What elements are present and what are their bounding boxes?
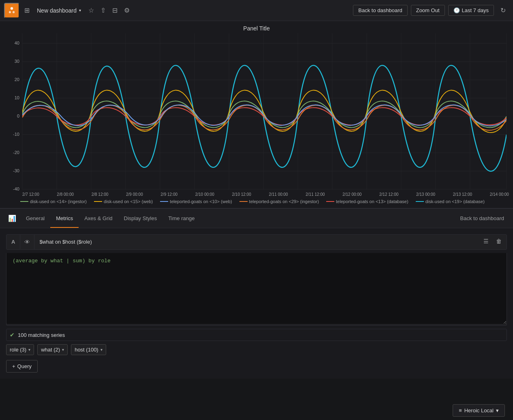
filter-what-label: what (2) xyxy=(41,347,60,353)
legend-item-1: disk-used on <15> (web) xyxy=(94,199,153,204)
filter-host-label: host (100) xyxy=(75,347,98,353)
save-icon: ⊟ xyxy=(112,6,118,14)
query-name-input[interactable] xyxy=(34,235,479,249)
svg-text:-10: -10 xyxy=(13,132,19,137)
time-range-label: Last 7 days xyxy=(462,7,489,13)
x-label-2: 2/8 12:00 xyxy=(92,192,109,197)
chart-icon: 📊 xyxy=(8,215,16,222)
legend-item-2: teleported-goats on <10> (web) xyxy=(160,199,232,204)
zoom-out-button[interactable]: Zoom Out xyxy=(411,5,445,16)
time-range-button[interactable]: 🕐 Last 7 days xyxy=(448,5,494,16)
chart-legend: disk-used on <14> (ingestor) disk-used o… xyxy=(0,197,513,208)
x-label-6: 2/10 12:00 xyxy=(232,192,251,197)
logo-button[interactable] xyxy=(4,3,19,18)
x-label-12: 2/13 12:00 xyxy=(453,192,472,197)
svg-text:10: 10 xyxy=(15,95,19,100)
x-label-3: 2/9 00:00 xyxy=(126,192,143,197)
legend-item-0: disk-used on <14> (ingestor) xyxy=(20,199,87,204)
settings-button[interactable]: ⚙ xyxy=(121,4,133,17)
x-axis-labels: 2/7 12:00 2/8 00:00 2/8 12:00 2/9 00:00 … xyxy=(0,191,513,197)
chart-panel: Panel Title xyxy=(0,21,513,208)
tab-axes[interactable]: Axes & Grid xyxy=(79,210,118,228)
chart-type-button[interactable]: 📊 xyxy=(4,209,20,228)
settings-icon: ⚙ xyxy=(124,6,130,14)
tab-general-label: General xyxy=(26,215,45,221)
query-visibility-button[interactable]: 👁 xyxy=(20,235,34,249)
tab-display[interactable]: Display Styles xyxy=(118,210,163,228)
legend-color-4 xyxy=(326,201,334,202)
legend-label-2: teleported-goats on <10> (web) xyxy=(170,199,232,204)
add-query-plus-icon: + xyxy=(12,363,15,369)
legend-color-2 xyxy=(160,201,168,202)
series-count-label: 100 matching series xyxy=(18,332,65,338)
grid-icon: ⊞ xyxy=(24,6,30,14)
x-label-10: 2/12 12:00 xyxy=(379,192,398,197)
tab-metrics[interactable]: Metrics xyxy=(50,210,79,228)
legend-label-4: teleported-goats on <13> (database) xyxy=(336,199,408,204)
filter-host[interactable]: host (100) ▾ xyxy=(71,344,106,355)
share-button[interactable]: ⇧ xyxy=(97,4,109,17)
db-icon: ≡ xyxy=(459,407,462,414)
star-button[interactable]: ☆ xyxy=(85,4,97,17)
tab-time-label: Time range xyxy=(168,215,195,221)
query-textarea-container: (average by what | sum) by role xyxy=(6,253,507,326)
x-label-8: 2/11 12:00 xyxy=(306,192,325,197)
legend-label-5: disk-used on <19> (database) xyxy=(425,199,485,204)
save-button[interactable]: ⊟ xyxy=(109,4,121,17)
svg-point-3 xyxy=(13,11,15,13)
svg-text:40: 40 xyxy=(15,41,19,45)
filter-role-label: role (3) xyxy=(10,347,26,353)
legend-label-3: teleported-goats on <29> (ingestor) xyxy=(249,199,319,204)
editor-back-dashboard-button[interactable]: Back to dashboard xyxy=(455,213,509,224)
refresh-icon: ↻ xyxy=(500,7,506,14)
svg-point-2 xyxy=(9,11,11,13)
check-icon: ✔ xyxy=(10,332,15,338)
x-label-0: 2/7 12:00 xyxy=(22,192,39,197)
svg-text:20: 20 xyxy=(15,77,19,82)
filter-role-chevron: ▾ xyxy=(28,347,30,352)
filter-what-chevron: ▾ xyxy=(62,347,64,352)
refresh-button[interactable]: ↻ xyxy=(497,4,509,16)
filter-role[interactable]: role (3) ▾ xyxy=(6,344,34,355)
query-delete-button[interactable]: 🗑 xyxy=(493,236,505,246)
tab-general[interactable]: General xyxy=(20,210,50,228)
list-icon: ☰ xyxy=(483,238,489,244)
x-label-5: 2/10 00:00 xyxy=(195,192,214,197)
series-status-row: ✔ 100 matching series xyxy=(6,329,507,341)
grid-icon-button[interactable]: ⊞ xyxy=(21,4,33,17)
chart-svg: 40 30 20 10 0 -10 -20 -30 -40 xyxy=(4,33,509,191)
query-textarea[interactable]: (average by what | sum) by role xyxy=(6,253,507,324)
tab-time[interactable]: Time range xyxy=(162,210,200,228)
eye-icon: 👁 xyxy=(24,239,30,245)
legend-item-4: teleported-goats on <13> (database) xyxy=(326,199,408,204)
back-to-dashboard-button[interactable]: Back to dashboard xyxy=(353,5,407,16)
add-query-button[interactable]: + Query xyxy=(6,360,38,373)
heroic-local-label: Heroic Local xyxy=(464,407,494,414)
nav-right-actions: Back to dashboard Zoom Out 🕐 Last 7 days… xyxy=(353,4,509,16)
query-action-buttons: ☰ 🗑 xyxy=(479,235,507,248)
heroic-local-button[interactable]: ≡ Heroic Local ▾ xyxy=(453,404,505,417)
legend-color-0 xyxy=(20,201,28,202)
back-to-dashboard-label: Back to dashboard xyxy=(358,7,402,13)
dashboard-dropdown-arrow: ▾ xyxy=(79,8,81,13)
legend-label-1: disk-used on <15> (web) xyxy=(104,199,153,204)
svg-text:-30: -30 xyxy=(13,168,19,173)
legend-item-3: teleported-goats on <29> (ingestor) xyxy=(239,199,319,204)
svg-text:-20: -20 xyxy=(13,150,19,155)
tab-axes-label: Axes & Grid xyxy=(84,215,112,221)
legend-color-1 xyxy=(94,201,102,202)
filter-host-chevron: ▾ xyxy=(100,347,103,352)
dashboard-name-button[interactable]: New dashboard ▾ xyxy=(33,5,85,16)
editor-back-dashboard-label: Back to dashboard xyxy=(460,215,504,221)
svg-text:0: 0 xyxy=(17,114,19,118)
tab-display-label: Display Styles xyxy=(124,215,157,221)
x-label-4: 2/9 12:00 xyxy=(160,192,177,197)
query-header-row: A 👁 ☰ 🗑 xyxy=(6,234,507,250)
filter-what[interactable]: what (2) ▾ xyxy=(37,344,68,355)
query-list-button[interactable]: ☰ xyxy=(480,236,492,246)
chart-area: 40 30 20 10 0 -10 -20 -30 -40 xyxy=(4,33,509,191)
query-letter-label: A xyxy=(6,235,20,249)
heroic-local-section: ≡ Heroic Local ▾ xyxy=(445,401,513,420)
x-label-11: 2/13 00:00 xyxy=(416,192,435,197)
panel-title: Panel Title xyxy=(0,25,513,32)
